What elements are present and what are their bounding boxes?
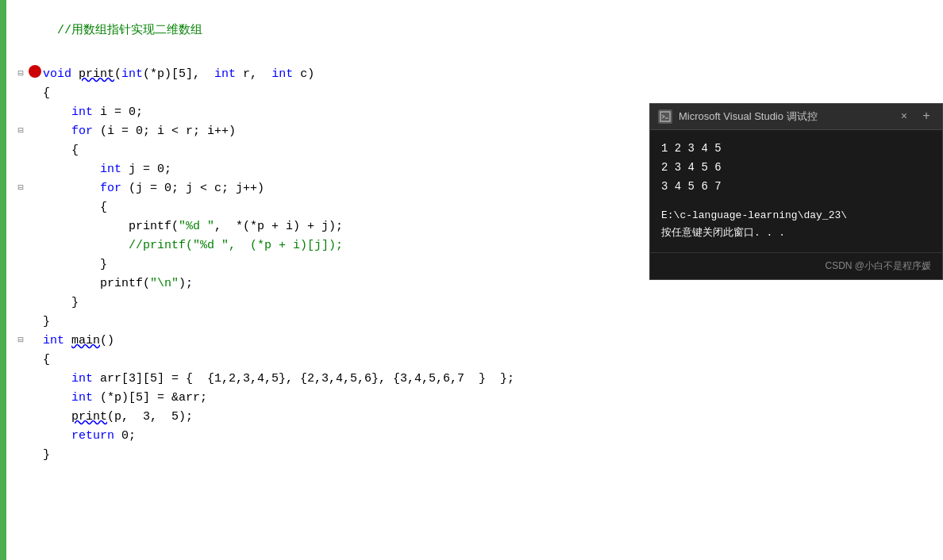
code-line-19: print(p, 3, 5); bbox=[13, 408, 943, 427]
code-text-2: { bbox=[43, 84, 943, 102]
terminal-prompt: 按任意键关闭此窗口. . . bbox=[661, 224, 931, 242]
terminal-body: 1 2 3 4 5 2 3 4 5 6 3 4 5 6 7 E:\c-langu… bbox=[650, 130, 942, 252]
fold-icon-4[interactable]: ⊟ bbox=[13, 124, 29, 139]
code-line-2: { bbox=[13, 84, 943, 103]
terminal-path: E:\c-language-learning\day_23\ bbox=[661, 207, 931, 224]
code-text-14: } bbox=[43, 313, 943, 331]
terminal-close-button[interactable]: × bbox=[896, 109, 912, 125]
terminal-title: Microsoft Visual Studio 调试控 bbox=[679, 109, 890, 124]
code-line-14: } bbox=[13, 313, 943, 332]
code-line-1: ⊟ void print(int(*p)[5], int r, int c) bbox=[13, 65, 943, 84]
terminal-branding: CSDN @小白不是程序媛 bbox=[825, 260, 931, 271]
code-text-1: void print(int(*p)[5], int r, int c) bbox=[43, 65, 943, 83]
terminal-titlebar: Microsoft Visual Studio 调试控 × + bbox=[650, 104, 942, 130]
code-line-17: int arr[3][5] = { {1,2,3,4,5}, {2,3,4,5,… bbox=[13, 370, 943, 389]
terminal-app-icon bbox=[658, 109, 672, 124]
left-accent-bar bbox=[0, 0, 6, 560]
code-text-18: int (*p)[5] = &arr; bbox=[43, 389, 943, 407]
code-line-21: } bbox=[13, 446, 943, 465]
comment-text: //用数组指针实现二维数组 bbox=[57, 24, 202, 37]
terminal-output: 1 2 3 4 5 2 3 4 5 6 3 4 5 6 7 bbox=[661, 140, 931, 196]
code-text-20: return 0; bbox=[43, 427, 943, 445]
code-text-17: int arr[3][5] = { {1,2,3,4,5}, {2,3,4,5,… bbox=[43, 370, 943, 388]
fold-icon-15[interactable]: ⊟ bbox=[13, 333, 29, 348]
code-text-16: { bbox=[43, 351, 943, 369]
terminal-footer: CSDN @小白不是程序媛 bbox=[650, 252, 942, 279]
terminal-add-button[interactable]: + bbox=[918, 109, 934, 125]
code-line-20: return 0; bbox=[13, 427, 943, 446]
code-text-21: } bbox=[43, 446, 943, 464]
code-text-13: } bbox=[43, 293, 943, 312]
terminal-panel: Microsoft Visual Studio 调试控 × + 1 2 3 4 … bbox=[649, 103, 943, 280]
code-line-18: int (*p)[5] = &arr; bbox=[13, 389, 943, 408]
breakpoint-icon bbox=[29, 65, 41, 78]
code-editor: //用数组指针实现二维数组 ⊟ void print(int(*p)[5], i… bbox=[6, 0, 943, 560]
fold-icon-1[interactable]: ⊟ bbox=[13, 67, 29, 82]
code-line-13: } bbox=[13, 293, 943, 313]
code-text-15: int main() bbox=[43, 332, 943, 350]
code-text-19: print(p, 3, 5); bbox=[43, 408, 943, 426]
code-line-15: ⊟ int main() bbox=[13, 332, 943, 351]
code-line-16: { bbox=[13, 351, 943, 370]
top-comment-line: //用数组指针实现二维数组 bbox=[6, 0, 943, 62]
fold-icon-7[interactable]: ⊟ bbox=[13, 181, 29, 196]
